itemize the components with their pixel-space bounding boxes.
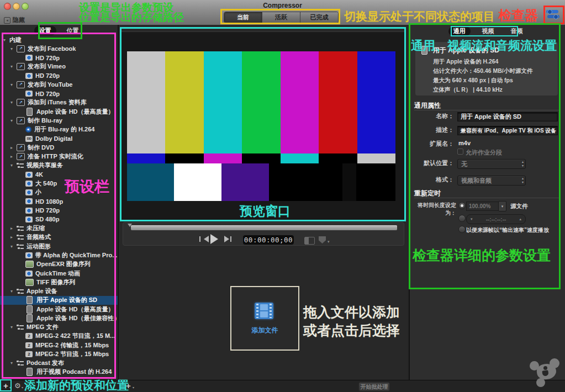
sidebar-item[interactable]: QuickTime 动画 bbox=[0, 269, 118, 278]
add-preset-caret[interactable]: ▾ bbox=[9, 385, 11, 389]
sidebar-tab-位置[interactable]: 位置 bbox=[62, 26, 84, 35]
sidebar-item[interactable]: 小 bbox=[0, 188, 118, 197]
sidebar-item[interactable]: ▾添加到 iTunes 资料库 bbox=[0, 98, 118, 107]
sidebar-item[interactable]: 4K bbox=[0, 170, 118, 179]
sidebar-tab-设置[interactable]: 设置 bbox=[34, 26, 56, 35]
sidebar-item[interactable]: Dolby Digital bbox=[0, 134, 118, 143]
add-file-label: 添加文件 bbox=[231, 326, 298, 335]
sidebar-item[interactable]: ▾内建 bbox=[0, 35, 118, 44]
gear-caret[interactable]: ▾ bbox=[22, 385, 23, 389]
sidebar-item[interactable]: SD 480p bbox=[0, 215, 118, 224]
add-preset-button[interactable]: + bbox=[3, 381, 8, 390]
sidebar-item[interactable]: 大 540p bbox=[0, 179, 118, 188]
sidebar-item[interactable]: 用于 Apple 设备的 SD bbox=[0, 296, 118, 305]
disclosure-open-icon[interactable]: ▾ bbox=[10, 64, 17, 69]
next-frame-button[interactable] bbox=[224, 236, 232, 242]
add-batch-button[interactable]: + bbox=[126, 381, 131, 390]
sidebar-item[interactable]: ▾运动图形 bbox=[0, 242, 118, 251]
sidebar-item[interactable]: HD 720p bbox=[0, 206, 118, 215]
disclosure-open-icon[interactable]: ▾ bbox=[10, 244, 17, 249]
sidebar-item[interactable]: ▸未压缩 bbox=[0, 224, 118, 233]
sidebar-item[interactable]: HD 720p bbox=[0, 54, 118, 62]
sidebar-item-label: HD 720p bbox=[35, 91, 60, 97]
minimize-button[interactable] bbox=[13, 3, 20, 10]
zoom-button[interactable] bbox=[22, 3, 29, 10]
sidebar-item-label: HD 720p bbox=[35, 55, 60, 61]
disclosure-open-icon[interactable]: ▾ bbox=[10, 82, 17, 87]
close-button[interactable] bbox=[4, 3, 11, 10]
q-icon bbox=[25, 172, 33, 178]
sidebar-item[interactable]: 用于 Blu-ray 的 H.264 bbox=[0, 125, 118, 134]
disclosure-closed-icon[interactable]: ▸ bbox=[10, 145, 17, 150]
percent-radio[interactable] bbox=[458, 202, 466, 209]
sidebar-item[interactable]: Apple 设备 HD（最高质量） bbox=[0, 305, 118, 314]
sidebar-item[interactable]: ▾Apple 设备 bbox=[0, 287, 118, 295]
add-batch-caret[interactable]: ▾ bbox=[133, 385, 134, 389]
status-tab-活跃[interactable]: 活跃 bbox=[262, 12, 300, 23]
sidebar-item[interactable]: ▸音频格式 bbox=[0, 233, 118, 242]
output-rate-radio[interactable] bbox=[458, 226, 466, 233]
disclosure-open-icon[interactable]: ▾ bbox=[10, 325, 17, 330]
add-file-dropzone[interactable]: 添加文件 bbox=[230, 286, 299, 351]
percent-stepper[interactable]: ▾ bbox=[498, 201, 506, 211]
disclosure-open-icon[interactable]: ▾ bbox=[10, 289, 17, 294]
format-label: 格式： bbox=[410, 176, 454, 184]
gear-icon[interactable]: ⚙ bbox=[14, 382, 21, 390]
sidebar-item[interactable]: 带 Alpha 的 QuickTime Pro... bbox=[0, 251, 118, 259]
sidebar-item-label: SD 480p bbox=[35, 216, 59, 223]
sidebar-item[interactable]: HD 1080p bbox=[0, 197, 118, 206]
sidebar-item[interactable]: HD 720p bbox=[0, 89, 118, 98]
disclosure-closed-icon[interactable]: ▸ bbox=[10, 235, 17, 240]
sidebar-item[interactable]: OpenEXR 图像序列 bbox=[0, 260, 118, 269]
sidebar-item[interactable]: HD 720p bbox=[0, 71, 118, 80]
split-view-icon[interactable] bbox=[304, 237, 315, 245]
marker-flag-icon[interactable] bbox=[319, 236, 326, 243]
disclosure-closed-icon[interactable]: ▸ bbox=[10, 226, 17, 231]
name-field[interactable]: 用于 Apple 设备的 SD bbox=[457, 112, 558, 121]
format-popup[interactable]: 视频和音频▴▾ bbox=[457, 176, 526, 186]
sidebar-item[interactable]: MPEG-2 422 节目流，15 M... bbox=[0, 332, 118, 341]
sidebar-item[interactable]: ▾MPEG 文件 bbox=[0, 323, 118, 332]
sidebar-item[interactable]: Apple 设备 HD（最佳兼容性） bbox=[0, 314, 118, 322]
sidebar-item[interactable]: ▾Podcast 发布 bbox=[0, 359, 118, 368]
sidebar-item[interactable]: Apple 设备 HD（最高质量） bbox=[0, 107, 118, 116]
marker-dropdown-caret[interactable]: ▾ bbox=[328, 240, 330, 244]
start-batch-button[interactable]: 开始批处理 bbox=[358, 382, 390, 391]
sidebar-item[interactable]: ▾发布到 Vimeo bbox=[0, 62, 118, 71]
play-button[interactable] bbox=[210, 234, 223, 244]
sidebar-item[interactable]: ▾制作 Blu-ray bbox=[0, 116, 118, 125]
sidebar-item[interactable]: ▾视频共享服务 bbox=[0, 161, 118, 170]
disclosure-closed-icon[interactable]: ▸ bbox=[10, 154, 17, 159]
inspector-tab-通用[interactable]: 通用 bbox=[448, 27, 471, 36]
scrubber-track[interactable] bbox=[131, 225, 397, 230]
status-tab-已完成[interactable]: 已完成 bbox=[300, 12, 338, 23]
general-section-header: 通用属性 bbox=[414, 101, 441, 110]
disclosure-open-icon[interactable]: ▾ bbox=[10, 100, 17, 105]
inspector-tab-音频[interactable]: 音频 bbox=[506, 27, 528, 36]
timecode-radio[interactable] bbox=[458, 215, 466, 222]
sidebar-item[interactable]: MPEG-2 传输流，15 Mbps bbox=[0, 341, 118, 349]
disclosure-open-icon[interactable]: ▾ bbox=[10, 118, 17, 123]
sidebar-item[interactable]: 用于视频 Podcast 的 H.264 bbox=[0, 368, 118, 377]
sidebar-item[interactable]: ▾发布到 YouTube bbox=[0, 80, 118, 89]
disclosure-open-icon[interactable]: ▾ bbox=[3, 38, 9, 43]
percent-field[interactable]: 100.00% bbox=[466, 202, 499, 211]
inspector-tab-视频[interactable]: 视频 bbox=[477, 27, 499, 36]
name-field-label: 名称： bbox=[410, 112, 454, 120]
default-location-popup[interactable]: 无▴▾ bbox=[457, 159, 526, 169]
job-segmenting-checkbox[interactable] bbox=[457, 149, 463, 155]
hide-button[interactable]: ◂ 隐藏 bbox=[4, 16, 25, 24]
disclosure-open-icon[interactable]: ▾ bbox=[10, 46, 17, 51]
inspector-toggle-icon[interactable] bbox=[546, 10, 559, 19]
disclosure-open-icon[interactable]: ▾ bbox=[10, 361, 17, 365]
previous-frame-button[interactable] bbox=[199, 236, 207, 242]
sidebar-item[interactable]: ▾发布到 Facebook bbox=[0, 44, 118, 53]
sidebar-item[interactable]: ▸准备 HTTP 实时流化 bbox=[0, 152, 118, 161]
timecode-duration-field[interactable]: ▾--:--:--:--▴ bbox=[466, 214, 526, 224]
sidebar-item[interactable]: TIFF 图像序列 bbox=[0, 278, 118, 287]
sidebar-item[interactable]: MPEG-2 节目流，15 Mbps bbox=[0, 349, 118, 358]
sidebar-item[interactable]: ▸制作 DVD bbox=[0, 143, 118, 152]
description-field[interactable]: 兼容所有 iPod、Apple TV 和 iOS 设备 bbox=[457, 126, 558, 135]
status-tab-当前[interactable]: 当前 bbox=[224, 12, 262, 23]
disclosure-open-icon[interactable]: ▾ bbox=[10, 163, 17, 168]
